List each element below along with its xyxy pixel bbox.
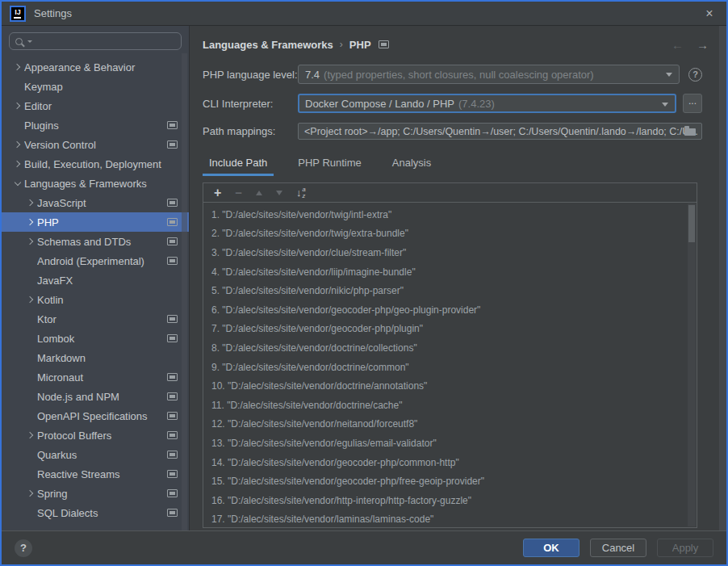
sidebar-item-appearance-behavior[interactable]: Appearance & Behavior xyxy=(2,57,189,77)
include-path-rows: 1. "D:/alec/sites/site/vendor/twig/intl-… xyxy=(203,205,697,527)
back-icon[interactable]: ← xyxy=(672,38,684,52)
sidebar-item-keymap[interactable]: Keymap xyxy=(2,77,189,96)
sidebar-scrollbar[interactable] xyxy=(182,53,187,530)
sidebar-item-languages-frameworks[interactable]: Languages & Frameworks xyxy=(2,174,189,193)
sidebar-item-javafx[interactable]: JavaFX xyxy=(2,270,189,290)
include-path-row[interactable]: 12. "D:/alec/sites/site/vendor/neitanod/… xyxy=(203,415,697,434)
sidebar-item-android-experimental[interactable]: Android (Experimental) xyxy=(2,251,189,270)
chevron-right-icon[interactable] xyxy=(23,491,37,496)
chevron-down-icon[interactable] xyxy=(10,182,24,185)
content-scrollbar[interactable] xyxy=(719,26,726,530)
tab-php-runtime[interactable]: PHP Runtime xyxy=(291,151,368,176)
language-level-select[interactable]: 7.4 (typed properties, short closures, n… xyxy=(298,65,680,84)
forward-icon[interactable]: → xyxy=(697,38,709,52)
breadcrumb-php: PHP xyxy=(349,39,371,51)
include-path-text: 8. "D:/alec/sites/site/vendor/doctrine/c… xyxy=(211,342,417,354)
search-options-caret-icon[interactable] xyxy=(27,40,32,43)
include-path-row[interactable]: 3. "D:/alec/sites/site/vendor/clue/strea… xyxy=(203,243,697,262)
include-path-row[interactable]: 16. "D:/alec/sites/site/vendor/http-inte… xyxy=(203,491,697,510)
sidebar-item-node-js-and-npm[interactable]: Node.js and NPM xyxy=(2,387,189,406)
include-path-row[interactable]: 2. "D:/alec/sites/site/vendor/twig/extra… xyxy=(203,224,697,244)
chevron-right-icon[interactable] xyxy=(10,103,24,108)
include-path-row[interactable]: 5. "D:/alec/sites/site/vendor/nikic/php-… xyxy=(203,281,697,300)
include-path-list: 1. "D:/alec/sites/site/vendor/twig/intl-… xyxy=(203,203,697,527)
sort-alphabetically-icon[interactable]: ↓ az xyxy=(296,187,306,199)
include-path-text: 9. "D:/alec/sites/site/vendor/doctrine/c… xyxy=(211,362,409,373)
chevron-right-icon[interactable] xyxy=(10,65,24,69)
include-path-row[interactable]: 6. "D:/alec/sites/site/vendor/geocoder-p… xyxy=(203,300,697,320)
include-path-text: 13. "D:/alec/sites/site/vendor/egulias/e… xyxy=(211,438,437,449)
include-path-row[interactable]: 15. "D:/alec/sites/site/vendor/geocoder-… xyxy=(203,472,697,491)
monitor-icon xyxy=(167,489,178,497)
sidebar-item-spring[interactable]: Spring xyxy=(2,484,189,503)
breadcrumb-languages-frameworks[interactable]: Languages & Frameworks xyxy=(203,39,333,51)
tab-include-path[interactable]: Include Path xyxy=(203,151,274,176)
sidebar-item-label: Kotlin xyxy=(37,294,167,306)
chevron-down-icon xyxy=(666,73,672,77)
sidebar-item-label: Ktor xyxy=(37,313,167,325)
sidebar-item-version-control[interactable]: Version Control xyxy=(2,135,189,154)
main-area: Appearance & Behavior Keymap Editor Plug… xyxy=(2,26,726,530)
chevron-right-icon[interactable] xyxy=(23,239,37,244)
move-down-icon[interactable] xyxy=(276,191,282,195)
include-path-row[interactable]: 4. "D:/alec/sites/site/vendor/liip/imagi… xyxy=(203,262,697,282)
sidebar-item-kotlin[interactable]: Kotlin xyxy=(2,290,189,309)
include-path-text: 12. "D:/alec/sites/site/vendor/neitanod/… xyxy=(211,418,417,430)
include-path-row[interactable]: 8. "D:/alec/sites/site/vendor/doctrine/c… xyxy=(203,338,697,358)
cli-interpreter-select[interactable]: Docker Compose / Lando / PHP (7.4.23) xyxy=(298,94,676,113)
sidebar-item-openapi-specifications[interactable]: OpenAPI Specifications xyxy=(2,406,189,426)
sidebar-item-quarkus[interactable]: Quarkus xyxy=(2,445,189,464)
sidebar-item-lombok[interactable]: Lombok xyxy=(2,329,189,348)
include-path-row[interactable]: 1. "D:/alec/sites/site/vendor/twig/intl-… xyxy=(203,205,697,224)
settings-search-input[interactable] xyxy=(37,36,175,47)
chevron-right-icon[interactable] xyxy=(10,161,24,166)
sidebar-item-schemas-and-dtds[interactable]: Schemas and DTDs xyxy=(2,232,189,251)
ok-button[interactable]: OK xyxy=(523,539,579,557)
folder-icon[interactable] xyxy=(684,128,696,136)
sidebar-item-protocol-buffers[interactable]: Protocol Buffers xyxy=(2,426,189,445)
sidebar-item-micronaut[interactable]: Micronaut xyxy=(2,367,189,387)
chevron-right-icon[interactable] xyxy=(23,297,37,302)
include-path-row[interactable]: 14. "D:/alec/sites/site/vendor/geocoder-… xyxy=(203,453,697,472)
sidebar-item-markdown[interactable]: Markdown xyxy=(2,348,189,367)
chevron-right-icon[interactable] xyxy=(23,433,37,438)
sidebar-item-php[interactable]: PHP xyxy=(2,212,189,232)
include-path-row[interactable]: 11. "D:/alec/sites/site/vendor/doctrine/… xyxy=(203,396,697,415)
include-path-row[interactable]: 7. "D:/alec/sites/site/vendor/geocoder-p… xyxy=(203,320,697,339)
help-button[interactable]: ? xyxy=(15,539,32,557)
include-path-text: 14. "D:/alec/sites/site/vendor/geocoder-… xyxy=(211,457,459,468)
chevron-right-icon[interactable] xyxy=(10,142,24,147)
tab-analysis[interactable]: Analysis xyxy=(386,151,437,176)
move-up-icon[interactable] xyxy=(256,191,262,195)
browse-interpreters-button[interactable]: ... xyxy=(683,94,702,113)
sidebar-item-editor[interactable]: Editor xyxy=(2,96,189,115)
intellij-logo-icon: IJ xyxy=(10,6,26,22)
help-icon[interactable]: ? xyxy=(688,68,702,82)
sidebar-item-label: Languages & Frameworks xyxy=(24,178,167,190)
sidebar-item-build-execution-deployment[interactable]: Build, Execution, Deployment xyxy=(2,154,189,174)
list-scrollbar-thumb[interactable] xyxy=(688,205,695,242)
include-path-row[interactable]: 17. "D:/alec/sites/site/vendor/laminas/l… xyxy=(203,510,697,528)
list-scrollbar[interactable] xyxy=(688,203,696,526)
sidebar-item-ktor[interactable]: Ktor xyxy=(2,309,189,329)
path-mappings-field[interactable]: <Project root>→/app; C:/Users/Quentin→/u… xyxy=(298,123,702,140)
apply-button[interactable]: Apply xyxy=(657,539,713,557)
cancel-button[interactable]: Cancel xyxy=(590,539,646,557)
monitor-icon xyxy=(167,431,178,439)
include-path-row[interactable]: 10. "D:/alec/sites/site/vendor/doctrine/… xyxy=(203,376,697,396)
sidebar-item-javascript[interactable]: JavaScript xyxy=(2,193,189,212)
monitor-icon xyxy=(167,334,178,342)
search-box[interactable] xyxy=(9,32,182,50)
sidebar-item-plugins[interactable]: Plugins xyxy=(2,115,189,135)
include-path-row[interactable]: 9. "D:/alec/sites/site/vendor/doctrine/c… xyxy=(203,358,697,377)
sidebar-item-sql-dialects[interactable]: SQL Dialects xyxy=(2,503,189,522)
chevron-right-icon[interactable] xyxy=(23,220,37,224)
include-path-toolbar: + − ↓ az xyxy=(203,183,697,203)
monitor-icon xyxy=(167,470,178,478)
close-icon[interactable]: × xyxy=(701,6,718,21)
chevron-right-icon[interactable] xyxy=(23,200,37,205)
sidebar-item-label: Quarkus xyxy=(37,449,167,461)
sidebar-item-reactive-streams[interactable]: Reactive Streams xyxy=(2,464,189,484)
history-navigation: ← → xyxy=(672,38,709,52)
include-path-row[interactable]: 13. "D:/alec/sites/site/vendor/egulias/e… xyxy=(203,434,697,453)
